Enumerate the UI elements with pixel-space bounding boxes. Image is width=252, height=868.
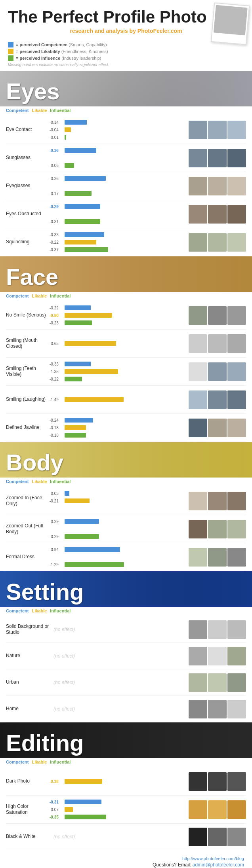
brand-name[interactable]: PhotoFeeler.com: [137, 28, 182, 34]
thumb: [189, 647, 207, 665]
editing-influential-label: Influential: [50, 760, 71, 764]
setting-section-title: Setting: [6, 578, 84, 605]
influential-bar: [65, 534, 99, 539]
black-white-row: Black & White (no effect): [6, 824, 246, 850]
black-white-bars: (no effect): [50, 827, 186, 847]
zoomed-out-label: Zoomed Out (Full Body): [6, 523, 50, 535]
thumb: [189, 800, 207, 819]
bar-row: -0.07: [50, 806, 186, 813]
bar-value: -1.35: [50, 370, 63, 374]
thumb: [208, 362, 227, 381]
smile-laughing-thumbs: [186, 390, 246, 409]
bar-row: -0.03: [50, 490, 186, 497]
polaroid-decoration: [211, 2, 250, 45]
legend-note: Missing numbers indicate no statisticall…: [8, 63, 244, 67]
editing-section-title: Editing: [6, 730, 84, 756]
thumb: [227, 205, 246, 224]
competent-label: Competent: [6, 108, 29, 113]
formal-dress-label: Formal Dress: [6, 554, 50, 560]
setting-influential-label: Influential: [50, 608, 71, 613]
bar-value-left: -0.29: [50, 205, 63, 209]
no-effect: (no effect): [50, 627, 186, 632]
dark-photo-thumbs: [186, 772, 246, 791]
eyes-section-title: Eyes: [6, 78, 59, 104]
face-section-banner: Face: [0, 256, 252, 292]
legend-likable-box: [8, 49, 13, 54]
zoomed-in-label: Zoomed In (Face Only): [6, 495, 50, 507]
bar-row: -0.37: [50, 246, 186, 253]
bar-value: -0.31: [50, 220, 63, 224]
bar-value: -0.03: [50, 491, 63, 496]
eyeglasses-label: Eyeglasses: [6, 183, 50, 189]
bar-value: -0.29: [50, 519, 63, 524]
legend: = perceived Competence (Smarts, Capabili…: [0, 38, 252, 71]
footer-email-link[interactable]: admin@photofeeler.com: [193, 862, 244, 868]
bar-value: -0.23: [50, 321, 63, 325]
bar-row: -0.23: [50, 320, 186, 326]
bar-row: -0.29: [50, 203, 186, 210]
bar-row: -0.35: [50, 814, 186, 820]
thumb: [208, 177, 227, 195]
footer-url-link[interactable]: http://www.photofeeler.com/blog: [182, 856, 244, 861]
bar-value: -0.33: [50, 233, 63, 237]
competent-bar: [65, 204, 100, 209]
dark-photo-label: Dark Photo: [6, 778, 50, 785]
likable-bar: [65, 313, 112, 318]
thumb: [208, 673, 227, 692]
body-data: Zoomed In (Face Only) -0.03 -0.21 Zoomed…: [0, 487, 252, 571]
thumb: [208, 647, 227, 665]
thumb: [227, 362, 246, 381]
competent-bar: [65, 232, 104, 237]
bar-value: -0.22: [50, 306, 63, 310]
bar-value: -1.29: [50, 563, 63, 567]
no-effect: (no effect): [50, 834, 186, 840]
smile-teeth-label: Smiling (Teeth Visible): [6, 366, 50, 378]
smile-laughing-label: Smiling (Laughing): [6, 396, 50, 403]
bar-row: [50, 348, 186, 354]
thumb: [189, 520, 207, 538]
zoomed-out-row: Zoomed Out (Full Body) -0.29 -0.29: [6, 515, 246, 543]
bar-row: [50, 786, 186, 792]
thumb: [189, 620, 207, 639]
sunglasses-row: Sunglasses -0.36 -0.06: [6, 144, 246, 172]
thumb: [208, 800, 227, 819]
eye-contact-row: Eye Contact -0.14 -0.04 -0.01: [6, 116, 246, 144]
face-competent-label: Competent: [6, 294, 29, 298]
influential-bar: [65, 191, 92, 196]
thumb: [227, 772, 246, 791]
thumb: [189, 205, 207, 224]
competent-bar: [65, 800, 101, 804]
bar-value: -0.04: [50, 128, 63, 132]
bar-row: [50, 526, 186, 532]
black-white-thumbs: [186, 828, 246, 846]
thumb: [189, 390, 207, 409]
thumb: [227, 828, 246, 846]
body-metric-labels: Competent Likable Influential: [0, 478, 252, 487]
jawline-row: Defined Jawline -0.24 -0.18 -0.18: [6, 414, 246, 442]
face-influential-label: Influential: [50, 294, 71, 298]
bar-row: [50, 389, 186, 395]
footer-url[interactable]: http://www.photofeeler.com/blog: [8, 856, 244, 861]
influential-bar: [65, 562, 124, 567]
setting-section-banner: Setting: [0, 571, 252, 607]
influential-bar: [65, 135, 66, 140]
urban-thumbs: [186, 673, 246, 692]
bar-value: -1.49: [50, 398, 63, 402]
bar-value: -0.29: [50, 534, 63, 539]
bar-row: -0.22: [50, 305, 186, 311]
zoomed-out-thumbs: [186, 520, 246, 538]
urban-row: Urban (no effect): [6, 669, 246, 696]
competent-bar: [65, 519, 99, 524]
thumb: [208, 306, 227, 325]
influential-bar: [65, 815, 106, 819]
likable-label: Likable: [32, 108, 47, 113]
likable-bar: [65, 425, 86, 430]
likable-bar: [65, 397, 124, 402]
likable-bar: [65, 498, 90, 503]
influential-bar: [65, 247, 108, 252]
nature-thumbs: [186, 647, 246, 665]
footer: http://www.photofeeler.com/blog Question…: [0, 850, 252, 868]
bar-value: -0.33: [50, 362, 63, 366]
thumb: [227, 334, 246, 353]
thumb: [208, 419, 227, 437]
